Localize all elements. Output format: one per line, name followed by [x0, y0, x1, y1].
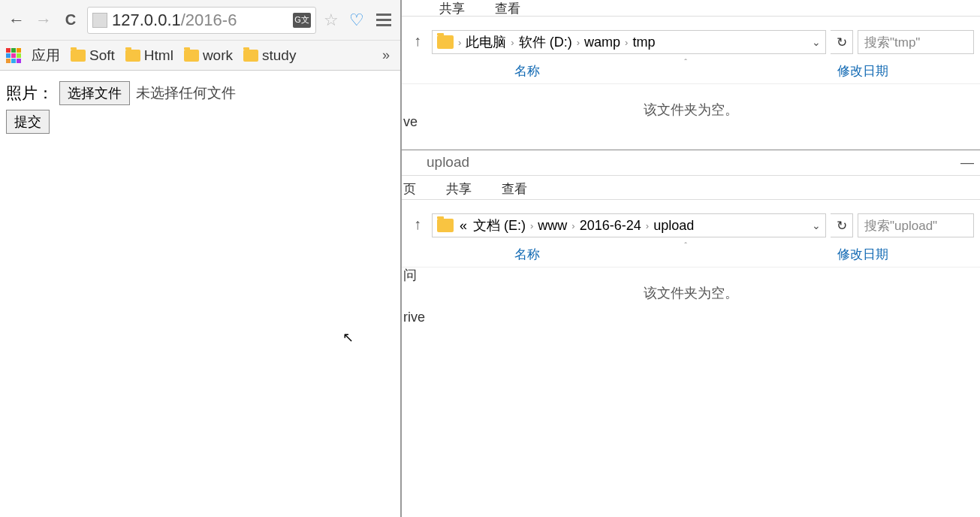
- up-button[interactable]: ↑: [408, 32, 427, 52]
- up-button[interactable]: ↑: [408, 216, 427, 235]
- chevron-right-icon: ›: [529, 220, 535, 231]
- column-headers: 名称ˆ 修改日期: [402, 242, 980, 268]
- browser-toolbar: ← → C 127.0.0.1/2016-6 G文 ☆ ♡: [0, 0, 400, 41]
- search-input[interactable]: 搜索"tmp": [858, 30, 974, 54]
- sort-indicator-icon: ˆ: [684, 241, 687, 250]
- chevron-right-icon: ›: [575, 37, 581, 48]
- empty-message: 该文件夹为空。: [402, 101, 980, 119]
- minimize-icon[interactable]: —: [960, 155, 974, 171]
- chevron-down-icon[interactable]: ⌄: [812, 36, 821, 48]
- submit-button[interactable]: 提交: [6, 110, 50, 134]
- folder-icon: [243, 50, 258, 62]
- chevron-right-icon: ›: [570, 220, 576, 231]
- folder-icon: [71, 50, 86, 62]
- tab-view[interactable]: 查看: [502, 180, 527, 198]
- bookmarks-bar: 应用 Soft Html work study »: [0, 41, 400, 71]
- menu-icon[interactable]: [373, 14, 394, 26]
- search-input[interactable]: 搜索"upload": [858, 213, 974, 237]
- bookmarks-more[interactable]: »: [382, 47, 394, 63]
- folder-icon: [437, 35, 454, 49]
- explorer-window-bottom: upload — 页 共享 查看 ↑ « 文档 (E:) › www › 201…: [402, 150, 980, 517]
- column-name[interactable]: 名称ˆ: [402, 62, 837, 80]
- chevron-down-icon[interactable]: ⌄: [812, 219, 821, 231]
- chevron-right-icon: ›: [644, 220, 650, 231]
- clipped-text: 问: [403, 266, 417, 284]
- address-row: ↑ › 此电脑 › 软件 (D:) › wamp › tmp ⌄ ↻ 搜索"tm…: [402, 26, 980, 59]
- address-row: ↑ « 文档 (E:) › www › 2016-6-24 › upload ⌄…: [402, 209, 980, 242]
- column-name[interactable]: 名称ˆ: [402, 246, 837, 263]
- chevron-right-icon: ›: [457, 37, 463, 48]
- sort-indicator-icon: ˆ: [684, 58, 687, 67]
- photo-label: 照片：: [6, 83, 53, 104]
- apps-label[interactable]: 应用: [32, 46, 60, 65]
- clipped-text: rive: [403, 310, 425, 325]
- address-bar[interactable]: › 此电脑 › 软件 (D:) › wamp › tmp ⌄: [432, 30, 826, 54]
- refresh-button[interactable]: ↻: [831, 213, 853, 237]
- tab-share[interactable]: 共享: [439, 0, 465, 17]
- page-content: 照片： 选择文件 未选择任何文件 提交: [0, 71, 400, 144]
- ribbon-tabs: 共享 查看: [402, 0, 980, 17]
- breadcrumb-seg[interactable]: tmp: [632, 35, 655, 50]
- chevron-right-icon: ›: [623, 37, 629, 48]
- forward-button[interactable]: →: [33, 10, 54, 31]
- folder-icon: [437, 219, 454, 232]
- url-path: /2016-6: [181, 11, 237, 30]
- tab-home[interactable]: 页: [403, 180, 416, 198]
- apps-icon[interactable]: [6, 48, 21, 63]
- breadcrumb-seg[interactable]: 软件 (D:): [519, 33, 572, 51]
- bookmark-star-icon[interactable]: ☆: [322, 11, 340, 30]
- shield-icon[interactable]: ♡: [346, 11, 367, 30]
- folder-icon: [125, 50, 140, 62]
- column-date[interactable]: 修改日期: [837, 246, 980, 263]
- address-bar[interactable]: « 文档 (E:) › www › 2016-6-24 › upload ⌄: [432, 213, 826, 237]
- bookmark-work[interactable]: work: [184, 47, 233, 64]
- chevron-right-icon: ›: [509, 37, 515, 48]
- column-date[interactable]: 修改日期: [837, 62, 980, 80]
- cursor-icon: ↖: [342, 329, 354, 346]
- browser-window: ← → C 127.0.0.1/2016-6 G文 ☆ ♡ 应用 Soft Ht…: [0, 0, 402, 517]
- bookmark-soft[interactable]: Soft: [71, 47, 115, 64]
- url-host: 127.0.0.1: [112, 11, 181, 30]
- tab-share[interactable]: 共享: [446, 180, 472, 198]
- column-headers: 名称ˆ 修改日期: [402, 59, 980, 84]
- url-bar[interactable]: 127.0.0.1/2016-6 G文: [87, 7, 316, 34]
- back-button[interactable]: ←: [6, 10, 27, 31]
- breadcrumb-seg[interactable]: upload: [653, 218, 694, 234]
- breadcrumb-prefix: «: [457, 218, 470, 234]
- window-title: upload: [427, 154, 469, 171]
- translate-icon[interactable]: G文: [293, 13, 311, 28]
- clipped-text: ve: [403, 114, 418, 130]
- explorer-window-top: 共享 查看 ↑ › 此电脑 › 软件 (D:) › wamp › tmp ⌄ ↻…: [402, 0, 980, 150]
- breadcrumb-seg[interactable]: 2016-6-24: [580, 218, 641, 234]
- page-icon: [92, 13, 107, 28]
- refresh-button[interactable]: ↻: [831, 30, 853, 54]
- tab-view[interactable]: 查看: [495, 0, 520, 17]
- folder-icon: [184, 50, 199, 62]
- empty-message: 该文件夹为空。: [402, 284, 980, 302]
- bookmark-html[interactable]: Html: [125, 47, 173, 64]
- bookmark-study[interactable]: study: [243, 47, 296, 64]
- breadcrumb-seg[interactable]: www: [538, 218, 567, 234]
- breadcrumb-seg[interactable]: 文档 (E:): [473, 216, 526, 234]
- breadcrumb-seg[interactable]: 此电脑: [466, 33, 506, 51]
- file-status: 未选择任何文件: [136, 83, 236, 103]
- ribbon-tabs: 页 共享 查看: [402, 176, 980, 200]
- reload-button[interactable]: C: [60, 10, 81, 31]
- breadcrumb-seg[interactable]: wamp: [584, 35, 620, 50]
- choose-file-button[interactable]: 选择文件: [59, 81, 130, 105]
